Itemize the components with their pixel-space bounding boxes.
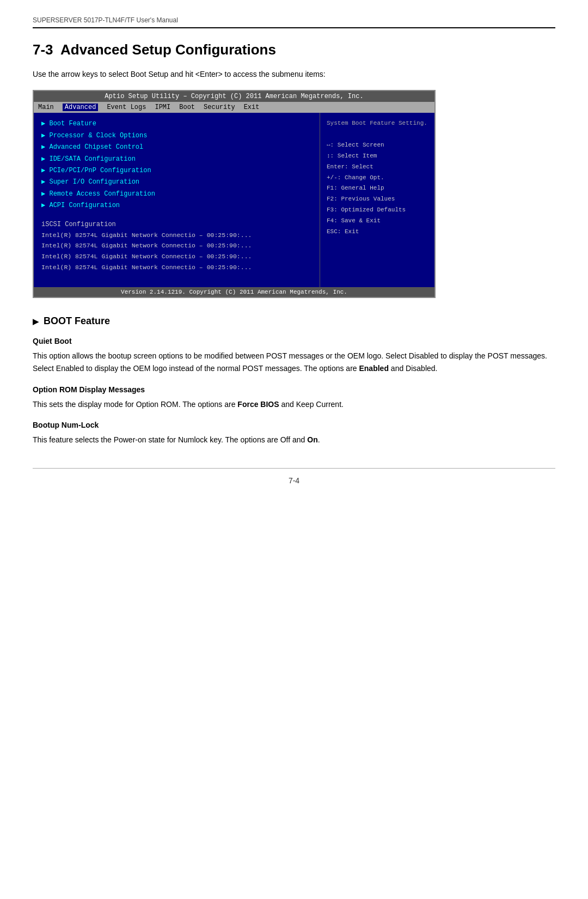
bios-network-4: Intel(R) 82574L Gigabit Network Connecti…	[41, 262, 312, 273]
menu-exit: Exit	[244, 104, 260, 111]
header-text: SUPERSERVER 5017P-TLN4F/TF User's Manual	[33, 16, 178, 24]
key-f4: F4: Save & Exit	[327, 216, 428, 227]
bios-footer: Version 2.14.1219. Copyright (C) 2011 Am…	[34, 287, 434, 297]
menu-main: Main	[38, 104, 54, 111]
bios-iscsi: iSCSI Configuration	[41, 219, 312, 230]
menu-ipmi: IPMI	[155, 104, 170, 111]
boot-feature-title: BOOT Feature	[33, 315, 555, 327]
key-enter: Enter: Select	[327, 162, 428, 173]
bios-help-text: System Boot Feature Setting.	[327, 118, 428, 129]
menu-boot: Boot	[179, 104, 195, 111]
intro-text: Use the arrow keys to select Boot Setup …	[33, 68, 555, 80]
key-f2: F2: Previous Values	[327, 194, 428, 205]
bios-menu-bar: Main Advanced Event Logs IPMI Boot Secur…	[34, 102, 434, 113]
option-rom-text: This sets the display mode for Option RO…	[33, 398, 555, 411]
bios-item-pcie: PCIe/PCI/PnP Configuration	[41, 165, 312, 176]
option-rom-heading: Option ROM Display Messages	[33, 385, 555, 394]
key-f3: F3: Optimized Defaults	[327, 205, 428, 216]
bios-key-legend: ↔: Select Screen ↕: Select Item Enter: S…	[327, 140, 428, 237]
section-number: 7-3	[33, 41, 53, 58]
page-header: SUPERSERVER 5017P-TLN4F/TF User's Manual	[33, 16, 555, 28]
bios-item-superio: Super I/O Configuration	[41, 177, 312, 187]
bios-item-remote: Remote Access Configuration	[41, 189, 312, 199]
bios-iscsi-text: iSCSI Configuration	[41, 221, 116, 228]
bootup-numlock-heading: Bootup Num-Lock	[33, 421, 555, 429]
key-change-opt: +/-: Change Opt.	[327, 173, 428, 184]
bios-item-ide: IDE/SATA Configuration	[41, 154, 312, 165]
bios-right-panel: System Boot Feature Setting. ↔: Select S…	[320, 113, 434, 287]
bios-title-bar: Aptio Setup Utility – Copyright (C) 2011…	[34, 91, 434, 102]
bios-left-panel: Boot Feature Processor & Clock Options A…	[34, 113, 320, 287]
bios-screenshot: Aptio Setup Utility – Copyright (C) 2011…	[33, 90, 436, 298]
bios-item-chipset: Advanced Chipset Control	[41, 142, 312, 153]
key-esc: ESC: Exit	[327, 227, 428, 238]
bios-item-processor: Processor & Clock Options	[41, 130, 312, 141]
quiet-boot-text: This option allows the bootup screen opt…	[33, 350, 555, 375]
bios-network-3: Intel(R) 82574L Gigabit Network Connecti…	[41, 251, 312, 262]
menu-advanced: Advanced	[63, 104, 99, 111]
bios-item-acpi: ACPI Configuration	[41, 200, 312, 211]
boot-feature-label: BOOT Feature	[44, 315, 110, 326]
menu-eventlogs: Event Logs	[107, 104, 146, 111]
section-title: 7-3 Advanced Setup Configurations	[33, 41, 555, 58]
key-f1: F1: General Help	[327, 183, 428, 194]
bootup-numlock-text: This feature selects the Power-on state …	[33, 434, 555, 446]
section-heading: Advanced Setup Configurations	[60, 41, 276, 58]
key-select-item: ↕: Select Item	[327, 151, 428, 162]
page-divider	[33, 468, 555, 469]
menu-security: Security	[204, 104, 235, 111]
bios-network-2: Intel(R) 82574L Gigabit Network Connecti…	[41, 240, 312, 251]
bios-network-1: Intel(R) 82574L Gigabit Network Connecti…	[41, 230, 312, 241]
bios-body: Boot Feature Processor & Clock Options A…	[34, 113, 434, 287]
quiet-boot-heading: Quiet Boot	[33, 337, 555, 345]
bios-item-boot-feature: Boot Feature	[41, 118, 312, 129]
key-select-screen: ↔: Select Screen	[327, 140, 428, 151]
page-number: 7-4	[33, 476, 555, 485]
